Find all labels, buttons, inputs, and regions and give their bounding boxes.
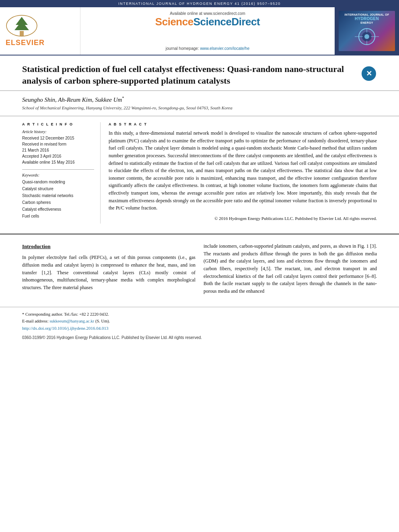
article-info: A R T I C L E I N F O Article history: R…	[22, 122, 101, 224]
svg-text:✕: ✕	[366, 70, 372, 78]
abstract-label: A B S T R A C T	[109, 122, 377, 126]
journal-cover-area: International Journal of HYDROGEN ENERGY	[335, 7, 399, 55]
keywords-section: Keywords: Quasi-random modeling Catalyst…	[22, 173, 94, 220]
keyword-4: Catalyst effectiveness	[22, 206, 94, 213]
body-two-col: Introduction In polymer electrolyte fuel…	[22, 242, 377, 295]
article-info-abstract-section: A R T I C L E I N F O Article history: R…	[0, 116, 399, 230]
copyright-text: © 2016 Hydrogen Energy Publications LLC.…	[109, 215, 377, 222]
svg-rect-0	[20, 31, 24, 36]
article-history-label: Article history:	[22, 129, 94, 134]
journal-cover-graphic	[351, 27, 383, 47]
svg-point-6	[364, 34, 369, 39]
article-history: Article history: Received 12 December 20…	[22, 129, 94, 165]
email-note: E-mail address: sukkeeum@hanyang.ac.kr (…	[22, 318, 377, 325]
keyword-0: Quasi-random modeling	[22, 179, 94, 185]
elsevier-wordmark: ELSEVIER	[6, 39, 45, 47]
body-section: Introduction In polymer electrolyte fuel…	[0, 234, 399, 299]
doi-link[interactable]: http://dx.doi.org/10.1016/j.ijhydene.201…	[22, 326, 109, 331]
history-item-4: Available online 15 May 2016	[22, 159, 94, 165]
history-item-3: Accepted 3 April 2016	[22, 153, 94, 159]
email-label: E-mail address:	[22, 319, 49, 323]
divider	[22, 169, 94, 170]
authors-section: Seungho Shin, Ah-Reum Kim, Sukkee Um* Sc…	[0, 91, 399, 113]
journal-homepage-link[interactable]: www.elsevier.com/locate/he	[200, 46, 249, 51]
keywords-list: Quasi-random modeling Catalyst structure…	[22, 179, 94, 220]
email-link[interactable]: sukkeeum@hanyang.ac.kr	[49, 319, 94, 323]
paper-title-section: Statistical prediction of fuel cell cata…	[0, 55, 399, 91]
elsevier-logo-area: ELSEVIER	[0, 7, 80, 55]
svg-marker-2	[14, 21, 29, 30]
sciencedirect-logo: ScienceScienceDirect	[88, 16, 327, 28]
paper-title: Statistical prediction of fuel cell cata…	[22, 64, 355, 86]
header-center: Available online at www.sciencedirect.co…	[80, 7, 335, 55]
keyword-1: Catalyst structure	[22, 185, 94, 192]
corresponding-author-note: * Corresponding author. Tel./fax: +82 2 …	[22, 311, 377, 318]
journal-cover-image: International Journal of HYDROGEN ENERGY	[339, 11, 395, 51]
article-history-items: Received 12 December 2015 Received in re…	[22, 135, 94, 165]
history-item-2: 21 March 2016	[22, 147, 94, 153]
header: ELSEVIER Available online at www.science…	[0, 7, 399, 55]
abstract-text: In this study, a three-dimensional mater…	[109, 129, 377, 212]
corresponding-author-text: * Corresponding author. Tel./fax: +82 2 …	[22, 312, 109, 316]
crossmark-badge[interactable]: ✕	[361, 66, 377, 82]
keyword-2: Stochastic material networks	[22, 192, 94, 199]
keyword-3: Carbon spheres	[22, 199, 94, 206]
introduction-col1-text: In polymer electrolyte fuel cells (PEFCs…	[22, 254, 195, 291]
body-col-1: Introduction In polymer electrolyte fuel…	[22, 242, 195, 295]
keyword-5: Fuel cells	[22, 213, 94, 220]
history-item-0: Received 12 December 2015	[22, 135, 94, 141]
elsevier-tree-icon	[6, 15, 38, 37]
authors: Seungho Shin, Ah-Reum Kim, Sukkee Um*	[22, 96, 377, 103]
body-col-2: include ionomers, carbon-supported plati…	[204, 242, 377, 295]
history-item-1: Received in revised form	[22, 141, 94, 147]
journal-homepage: journal homepage: www.elsevier.com/locat…	[88, 46, 327, 51]
footnote-section: * Corresponding author. Tel./fax: +82 2 …	[0, 307, 399, 347]
journal-bar: INTERNATIONAL JOURNAL OF HYDROGEN ENERGY…	[0, 0, 399, 7]
abstract-section: A B S T R A C T In this study, a three-d…	[109, 122, 377, 224]
introduction-col2-text: include ionomers, carbon-supported plati…	[204, 242, 377, 295]
article-info-label: A R T I C L E I N F O	[22, 122, 94, 126]
footer-text: 0360-3199/© 2016 Hydrogen Energy Publica…	[22, 335, 377, 341]
journal-bar-text: INTERNATIONAL JOURNAL OF HYDROGEN ENERGY…	[118, 2, 281, 6]
journal-cover-title: International Journal of HYDROGEN ENERGY	[344, 13, 389, 25]
email-suffix: (S. Um).	[95, 319, 110, 323]
introduction-heading: Introduction	[22, 242, 195, 251]
available-online-text: Available online at www.sciencedirect.co…	[88, 11, 327, 16]
affiliation: School of Mechanical Engineering, Hanyan…	[22, 105, 377, 110]
keywords-label: Keywords:	[22, 173, 94, 177]
